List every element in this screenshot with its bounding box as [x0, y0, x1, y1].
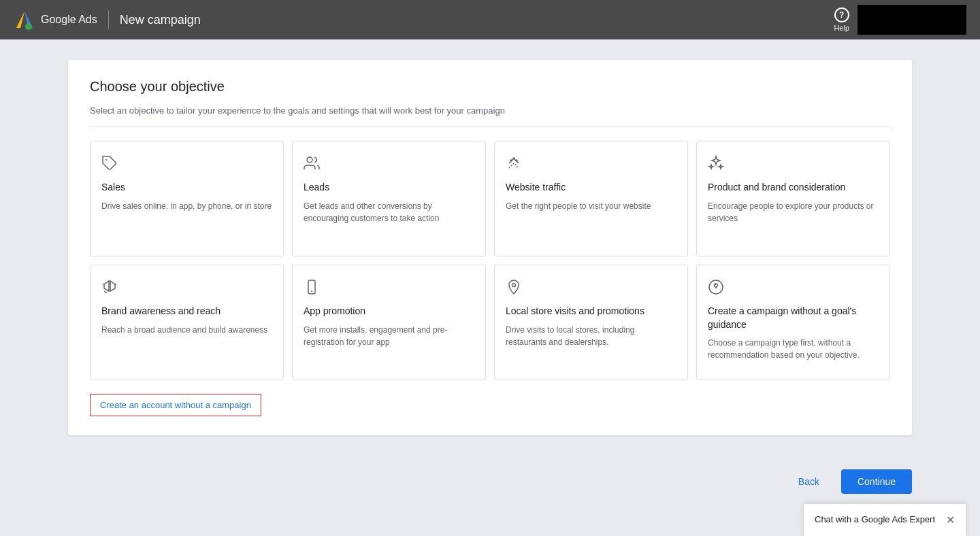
- svg-marker-8: [104, 281, 109, 291]
- svg-point-15: [512, 284, 516, 287]
- help-icon: ?: [834, 7, 849, 22]
- sales-icon: [101, 155, 272, 171]
- local-store-title: Local store visits and promotions: [506, 305, 676, 318]
- page-title: New campaign: [120, 13, 201, 27]
- product-brand-icon: [708, 155, 879, 171]
- svg-point-6: [513, 158, 514, 159]
- help-label: Help: [834, 24, 849, 32]
- objectives-grid: Sales Drive sales online, in app, by pho…: [90, 141, 890, 380]
- leads-desc: Get leads and other conversions by encou…: [304, 200, 474, 224]
- product-brand-desc: Encourage people to explore your product…: [708, 200, 879, 224]
- header-divider: [108, 10, 109, 29]
- sales-title: Sales: [101, 181, 272, 195]
- svg-point-4: [307, 157, 312, 163]
- brand-awareness-desc: Reach a broad audience and build awarene…: [101, 324, 272, 336]
- no-guidance-title: Create a campaign without a goal's guida…: [708, 305, 879, 331]
- svg-point-2: [25, 23, 32, 30]
- objective-leads[interactable]: Leads Get leads and other conversions by…: [292, 141, 486, 256]
- objective-app-promotion[interactable]: App promotion Get more installs, engagem…: [292, 265, 486, 380]
- leads-icon: [304, 155, 474, 171]
- objective-product-brand[interactable]: Product and brand consideration Encourag…: [696, 141, 890, 256]
- card-subtitle: Select an objective to tailor your exper…: [90, 105, 890, 127]
- svg-point-7: [516, 160, 517, 161]
- continue-button[interactable]: Continue: [841, 469, 912, 494]
- objective-card-container: Choose your objective Select an objectiv…: [68, 60, 912, 435]
- bottom-actions: Back Continue: [0, 456, 980, 507]
- no-guidance-desc: Choose a campaign type first, without a …: [708, 337, 879, 361]
- objective-website-traffic[interactable]: Website traffic Get the right people to …: [494, 141, 688, 256]
- google-logo-icon: [14, 9, 35, 31]
- svg-point-17: [716, 290, 717, 291]
- product-brand-title: Product and brand consideration: [708, 181, 879, 195]
- objective-local-store[interactable]: Local store visits and promotions Drive …: [494, 265, 688, 380]
- app-promotion-title: App promotion: [304, 305, 474, 318]
- header-account-button[interactable]: [858, 5, 966, 35]
- main-content: Choose your objective Select an objectiv…: [0, 39, 980, 456]
- help-button[interactable]: ? Help: [834, 7, 849, 32]
- google-ads-text: Google Ads: [41, 14, 97, 26]
- chat-text: Chat with a Google Ads Expert: [815, 514, 935, 526]
- google-ads-logo: Google Ads: [14, 9, 97, 31]
- card-title: Choose your objective: [90, 79, 890, 95]
- local-store-desc: Drive visits to local stores, including …: [506, 324, 676, 348]
- objective-sales[interactable]: Sales Drive sales online, in app, by pho…: [90, 141, 284, 256]
- no-guidance-icon: [708, 279, 879, 295]
- app-promotion-desc: Get more installs, engagement and pre-re…: [304, 324, 474, 348]
- header: Google Ads New campaign ? Help: [0, 0, 980, 39]
- back-button[interactable]: Back: [787, 469, 830, 494]
- chat-close-icon[interactable]: ✕: [946, 514, 955, 526]
- objective-no-guidance[interactable]: Create a campaign without a goal's guida…: [696, 265, 890, 380]
- no-campaign-link[interactable]: Create an account without a campaign: [90, 394, 261, 416]
- website-traffic-title: Website traffic: [506, 181, 676, 195]
- website-traffic-icon: [506, 155, 676, 171]
- brand-awareness-icon: [101, 279, 272, 295]
- app-promotion-icon: [304, 279, 474, 295]
- sales-desc: Drive sales online, in app, by phone, or…: [101, 200, 272, 212]
- local-store-icon: [506, 279, 676, 295]
- svg-marker-9: [110, 281, 115, 291]
- svg-marker-0: [16, 12, 24, 28]
- svg-line-12: [104, 291, 107, 293]
- header-right: ? Help: [834, 5, 966, 35]
- brand-awareness-title: Brand awareness and reach: [101, 305, 272, 318]
- objective-brand-awareness[interactable]: Brand awareness and reach Reach a broad …: [90, 265, 284, 380]
- chat-widget: Chat with a Google Ads Expert ✕: [803, 503, 966, 536]
- svg-point-5: [510, 160, 512, 161]
- leads-title: Leads: [304, 181, 474, 195]
- website-traffic-desc: Get the right people to visit your websi…: [506, 200, 676, 212]
